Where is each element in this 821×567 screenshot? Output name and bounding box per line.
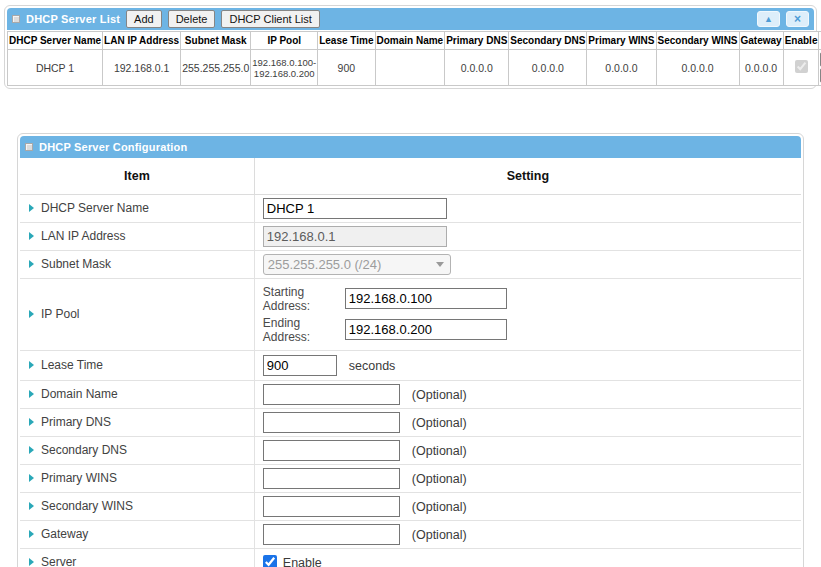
starting-address-label: Starting Address: [263, 285, 345, 313]
item-bullet-icon [29, 310, 34, 318]
col-lan-ip-address: LAN IP Address [103, 32, 181, 50]
item-bullet-icon [29, 530, 34, 538]
ip-pool-label: IP Pool [41, 307, 79, 321]
dhcp-server-list-panel: DHCP Server List Add Delete DHCP Client … [4, 5, 817, 89]
cell-server-name: DHCP 1 [8, 50, 103, 86]
primary-wins-label: Primary WINS [41, 471, 117, 485]
cell-domain-name [375, 50, 445, 86]
row-primary-dns: Primary DNS (Optional) [20, 408, 801, 436]
secondary-dns-optional-hint: (Optional) [412, 444, 467, 458]
row-domain-name: Domain Name (Optional) [20, 380, 801, 408]
cell-lan-ip: 192.168.0.1 [103, 50, 181, 86]
cell-secondary-wins: 0.0.0.0 [656, 50, 739, 86]
col-ip-pool: IP Pool [251, 32, 318, 50]
row-secondary-dns: Secondary DNS (Optional) [20, 436, 801, 464]
dhcp-client-list-button[interactable]: DHCP Client List [221, 10, 319, 28]
close-button[interactable]: × [786, 11, 809, 27]
row-primary-wins: Primary WINS (Optional) [20, 464, 801, 492]
subnet-mask-select: 255.255.255.0 (/24) [263, 254, 451, 275]
server-label: Server [41, 555, 76, 567]
secondary-wins-optional-hint: (Optional) [412, 500, 467, 514]
server-enable-checkbox[interactable] [263, 555, 277, 567]
item-bullet-icon [29, 260, 34, 268]
gateway-input[interactable] [263, 524, 400, 545]
secondary-wins-label: Secondary WINS [41, 499, 133, 513]
lease-time-unit: seconds [349, 359, 396, 373]
row-gateway: Gateway (Optional) [20, 520, 801, 548]
lease-time-input[interactable] [263, 355, 337, 376]
dhcp-server-configuration-title: DHCP Server Configuration [39, 141, 187, 153]
starting-address-input[interactable] [345, 288, 507, 309]
col-dhcp-server-name: DHCP Server Name [8, 32, 103, 50]
ending-address-label: Ending Address: [263, 316, 345, 344]
dhcp-server-name-input[interactable] [263, 198, 447, 219]
item-bullet-icon [29, 390, 34, 398]
server-enable-label: Enable [283, 556, 322, 567]
subnet-mask-label: Subnet Mask [41, 257, 111, 271]
row-dhcp-server-name: DHCP Server Name [20, 194, 801, 222]
col-primary-wins: Primary WINS [587, 32, 656, 50]
domain-name-label: Domain Name [41, 387, 118, 401]
cell-lease-time: 900 [318, 50, 375, 86]
delete-button[interactable]: Delete [168, 10, 216, 28]
subnet-mask-selected-value: 255.255.255.0 (/24) [268, 257, 381, 272]
col-lease-time: Lease Time [318, 32, 375, 50]
dhcp-server-configuration-panel: DHCP Server Configuration Item Setting D… [17, 133, 804, 567]
secondary-wins-input[interactable] [263, 496, 400, 517]
table-row: DHCP 1 192.168.0.1 255.255.255.0 192.168… [8, 50, 821, 86]
lan-ip-address-input [263, 226, 447, 247]
col-enable: Enable [783, 32, 819, 50]
close-icon: × [794, 14, 801, 24]
row-server: Server Enable [20, 548, 801, 567]
cell-primary-wins: 0.0.0.0 [587, 50, 656, 86]
config-header-row: Item Setting [20, 158, 801, 194]
chevron-down-icon [436, 262, 444, 267]
cell-ip-pool: 192.168.0.100- 192.168.0.200 [251, 50, 318, 86]
row-enable-checkbox [795, 60, 808, 73]
dhcp-server-name-label: DHCP Server Name [41, 201, 149, 215]
gateway-label: Gateway [41, 527, 88, 541]
cell-primary-dns: 0.0.0.0 [445, 50, 509, 86]
item-bullet-icon [29, 474, 34, 482]
lease-time-label: Lease Time [41, 358, 103, 372]
config-col-setting: Setting [254, 158, 801, 194]
col-primary-dns: Primary DNS [445, 32, 509, 50]
col-secondary-wins: Secondary WINS [656, 32, 739, 50]
row-lease-time: Lease Time seconds [20, 350, 801, 380]
col-domain-name: Domain Name [375, 32, 445, 50]
item-bullet-icon [29, 558, 34, 566]
item-bullet-icon [29, 502, 34, 510]
lan-ip-address-label: LAN IP Address [41, 229, 126, 243]
list-header-row: DHCP Server Name LAN IP Address Subnet M… [8, 32, 821, 50]
config-col-item: Item [20, 158, 254, 194]
item-bullet-icon [29, 361, 34, 369]
domain-name-optional-hint: (Optional) [412, 388, 467, 402]
secondary-dns-label: Secondary DNS [41, 443, 127, 457]
add-button[interactable]: Add [126, 10, 162, 28]
gateway-optional-hint: (Optional) [412, 528, 467, 542]
primary-dns-optional-hint: (Optional) [412, 416, 467, 430]
col-gateway: Gateway [739, 32, 783, 50]
dhcp-server-configuration-table: Item Setting DHCP Server Name LAN IP Add… [20, 158, 801, 567]
col-secondary-dns: Secondary DNS [509, 32, 587, 50]
cell-subnet-mask: 255.255.255.0 [181, 50, 251, 86]
collapse-button[interactable]: ▲ [757, 11, 780, 27]
primary-dns-label: Primary DNS [41, 415, 111, 429]
ending-address-input[interactable] [345, 319, 507, 340]
item-bullet-icon [29, 204, 34, 212]
primary-wins-input[interactable] [263, 468, 400, 489]
primary-wins-optional-hint: (Optional) [412, 472, 467, 486]
cell-secondary-dns: 0.0.0.0 [509, 50, 587, 86]
secondary-dns-input[interactable] [263, 440, 400, 461]
item-bullet-icon [29, 446, 34, 454]
row-subnet-mask: Subnet Mask 255.255.255.0 (/24) [20, 250, 801, 278]
cell-gateway: 0.0.0.0 [739, 50, 783, 86]
dhcp-server-configuration-titlebar: DHCP Server Configuration [20, 136, 801, 158]
primary-dns-input[interactable] [263, 412, 400, 433]
dhcp-server-list-table: DHCP Server Name LAN IP Address Subnet M… [7, 31, 821, 86]
dhcp-server-list-title: DHCP Server List [26, 13, 120, 25]
cell-enable [783, 50, 819, 86]
ip-pool-start: 192.168.0.100- [252, 57, 316, 68]
panel-square-icon [12, 15, 20, 23]
domain-name-input[interactable] [263, 384, 400, 405]
